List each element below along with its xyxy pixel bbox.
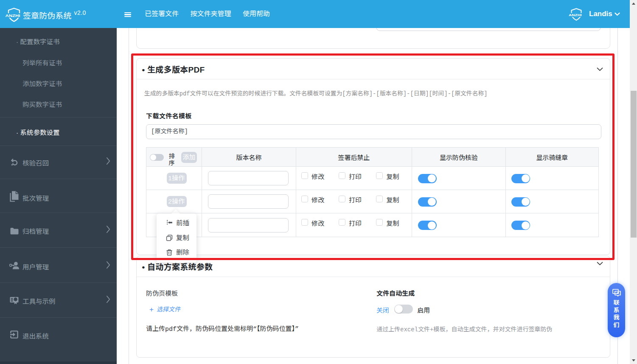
svg-text:ANZHI: ANZHI: [569, 13, 582, 17]
svg-text:ANZHI: ANZHI: [6, 14, 20, 18]
